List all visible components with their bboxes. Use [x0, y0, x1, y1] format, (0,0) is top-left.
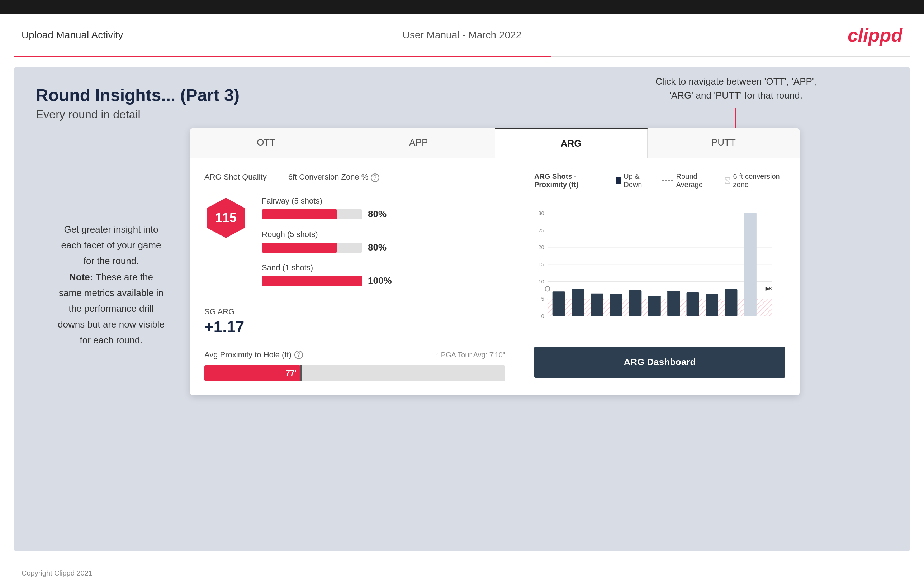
proximity-label: Avg Proximity to Hole (ft) ? [204, 350, 303, 359]
svg-text:10: 10 [538, 279, 544, 285]
svg-text:30: 30 [538, 210, 544, 216]
right-panel: ARG Shots - Proximity (ft) Up & Down Rou… [520, 158, 800, 395]
pga-avg: ↑ PGA Tour Avg: 7'10" [435, 351, 505, 359]
nav-hint-text: Click to navigate between 'OTT', 'APP','… [656, 74, 816, 103]
fairway-bar-fill [262, 209, 337, 219]
svg-rect-28 [667, 291, 680, 316]
main-content: Round Insights... (Part 3) Every round i… [15, 68, 909, 551]
tabs-row: OTT APP ARG PUTT [190, 128, 800, 158]
sg-section: SG ARG +1.17 [204, 307, 505, 336]
shot-quality-label: ARG Shot Quality [204, 172, 267, 182]
header: Upload Manual Activity User Manual - Mar… [0, 15, 924, 56]
proximity-cursor [300, 365, 302, 381]
svg-rect-24 [591, 293, 603, 316]
legend-updown: Up & Down [615, 172, 653, 189]
dashboard-card: OTT APP ARG PUTT ARG Shot Quality 6ft Co… [190, 128, 800, 395]
sand-bar-row: 100% [262, 275, 505, 286]
svg-rect-25 [610, 294, 622, 316]
sg-label: SG ARG [204, 307, 505, 316]
proximity-bar-track: 77' [204, 365, 505, 381]
proximity-help-icon[interactable]: ? [294, 350, 303, 359]
hexagon-container: 115 Fairway (5 shots) [204, 197, 505, 297]
arg-dashboard-button[interactable]: ARG Dashboard [534, 347, 785, 378]
fairway-row: Fairway (5 shots) 80% [262, 197, 505, 220]
fairway-bar-track [262, 209, 362, 219]
svg-rect-31 [725, 289, 737, 316]
conversion-label: 6ft Conversion Zone % ? [288, 172, 380, 182]
svg-rect-30 [706, 294, 718, 316]
legend-conversion: 6 ft conversion zone [725, 172, 785, 189]
svg-text:20: 20 [538, 244, 544, 250]
rough-row: Rough (5 shots) 80% [262, 230, 505, 253]
sand-label: Sand (1 shots) [262, 263, 505, 272]
copyright: Copyright Clippd 2021 [21, 569, 92, 577]
chart-header: ARG Shots - Proximity (ft) Up & Down Rou… [534, 172, 785, 189]
panel-headers: ARG Shot Quality 6ft Conversion Zone % ? [204, 172, 505, 182]
hexagon: 115 [204, 197, 247, 239]
header-divider [15, 56, 909, 56]
sand-pct: 100% [368, 275, 397, 286]
svg-rect-32 [744, 213, 756, 316]
insight-note: Note: [69, 272, 96, 282]
rough-bar-row: 80% [262, 242, 505, 253]
svg-rect-27 [648, 296, 661, 316]
fairway-label: Fairway (5 shots) [262, 197, 505, 206]
svg-text:5: 5 [541, 296, 544, 302]
fairway-pct: 80% [368, 209, 397, 220]
rough-bar-fill [262, 243, 337, 253]
shot-quality-bars: Fairway (5 shots) 80% Rough [262, 197, 505, 297]
svg-rect-26 [629, 290, 641, 316]
insight-text-2: These are the same metrics available in … [58, 272, 165, 346]
footer: Copyright Clippd 2021 [0, 562, 924, 577]
legend-conversion-icon [725, 177, 730, 184]
card-body: ARG Shot Quality 6ft Conversion Zone % ? [190, 158, 800, 395]
legend-round-avg: Round Average [662, 172, 716, 189]
legend-dashed-icon [662, 180, 674, 181]
left-panel: ARG Shot Quality 6ft Conversion Zone % ? [190, 158, 520, 395]
manual-label: User Manual - March 2022 [403, 29, 521, 41]
tab-app[interactable]: APP [342, 128, 495, 158]
proximity-bar-fill: 77' [204, 365, 300, 381]
insight-text-1: Get greater insight into each facet of y… [61, 224, 162, 266]
svg-text:25: 25 [538, 227, 544, 233]
tab-ott[interactable]: OTT [190, 128, 342, 158]
hexagon-value: 115 [215, 210, 237, 226]
tab-putt[interactable]: PUTT [648, 128, 800, 158]
svg-rect-29 [687, 292, 699, 316]
tab-arg[interactable]: ARG [495, 128, 648, 158]
sg-value: +1.17 [204, 318, 505, 336]
legend-updown-icon [615, 177, 621, 184]
svg-text:8: 8 [769, 285, 772, 292]
rough-label: Rough (5 shots) [262, 230, 505, 239]
help-icon[interactable]: ? [371, 174, 380, 182]
clippd-logo: clippd [848, 24, 903, 46]
sand-bar-track [262, 276, 362, 286]
svg-text:15: 15 [538, 262, 544, 268]
fairway-bar-row: 80% [262, 209, 505, 220]
sand-row: Sand (1 shots) 100% [262, 263, 505, 286]
chart-area: 30 25 20 15 10 5 0 [534, 200, 785, 336]
insight-text: Get greater insight into each facet of y… [57, 221, 165, 348]
chart-title: ARG Shots - Proximity (ft) [534, 172, 607, 189]
svg-rect-22 [552, 292, 565, 316]
svg-text:0: 0 [541, 313, 544, 319]
proximity-section: Avg Proximity to Hole (ft) ? ↑ PGA Tour … [204, 350, 505, 381]
upload-label: Upload Manual Activity [21, 29, 123, 41]
rough-bar-track [262, 243, 362, 253]
sand-bar-fill [262, 276, 362, 286]
main-relative: Round Insights... (Part 3) Every round i… [36, 85, 888, 121]
rough-pct: 80% [368, 242, 397, 253]
arg-chart: 30 25 20 15 10 5 0 [534, 200, 785, 336]
top-bar [0, 0, 924, 15]
svg-rect-23 [572, 289, 584, 316]
proximity-header: Avg Proximity to Hole (ft) ? ↑ PGA Tour … [204, 350, 505, 359]
svg-point-19 [545, 287, 550, 292]
